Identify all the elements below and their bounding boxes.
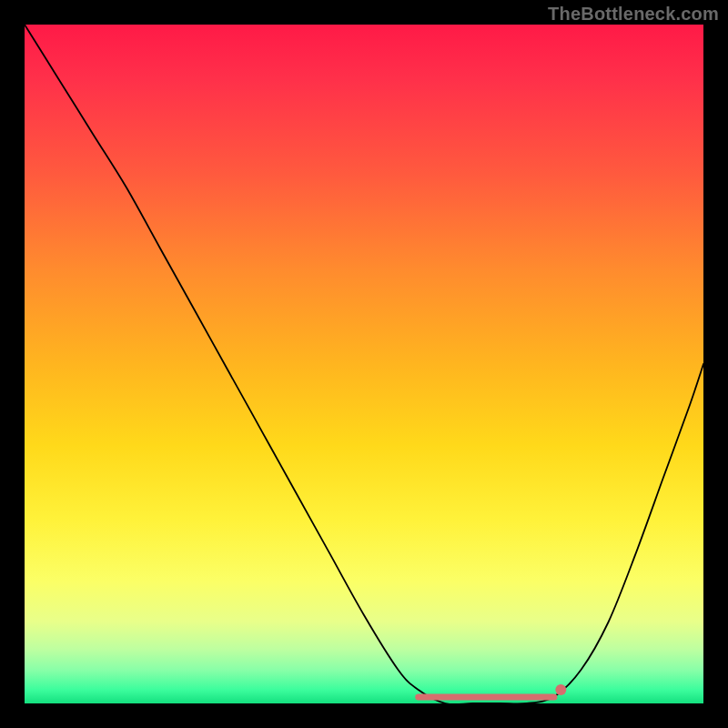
near-optimum-marker [555,684,566,695]
chart-frame: TheBottleneck.com [0,0,728,728]
chart-svg [25,25,703,703]
bottleneck-curve [25,25,703,704]
attribution-label: TheBottleneck.com [548,4,719,25]
plot-area [25,25,703,703]
